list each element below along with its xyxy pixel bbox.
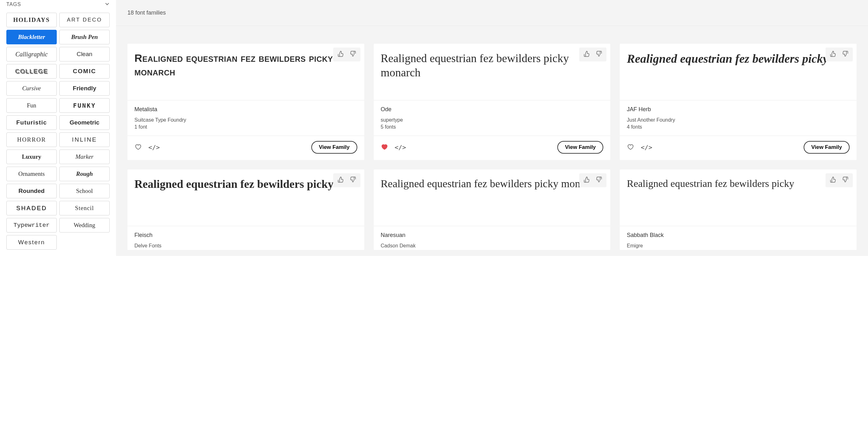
preview-text: Realigned equestrian fez bewilders picky (134, 177, 357, 191)
thumbs-up-icon[interactable] (584, 176, 590, 184)
vote-box (579, 173, 607, 187)
thumbs-up-icon[interactable] (338, 176, 344, 184)
tag-inline[interactable]: INLINE (59, 132, 110, 147)
card-actions: </>View Family (127, 136, 364, 160)
font-meta: MetalistaSuitcase Type Foundry1 font (127, 100, 364, 136)
tag-funky[interactable]: FUNKY (59, 98, 110, 113)
thumbs-up-icon[interactable] (830, 176, 836, 184)
tag-cursive[interactable]: Cursive (6, 81, 57, 96)
thumbs-up-icon[interactable] (584, 51, 590, 58)
main-content: 18 font families Realigned equestrian fe… (116, 0, 868, 256)
thumbs-down-icon[interactable] (842, 51, 848, 58)
favorite-icon[interactable] (134, 143, 142, 152)
thumbs-up-icon[interactable] (830, 51, 836, 58)
tag-school[interactable]: School (59, 184, 110, 198)
code-icon[interactable]: </> (148, 143, 160, 151)
font-name[interactable]: JAF Herb (627, 106, 849, 113)
view-family-button[interactable]: View Family (557, 141, 603, 154)
font-card: Realigned equestrian fez bewilders picky… (127, 44, 364, 160)
results-count: 18 font families (116, 0, 868, 26)
favorite-icon[interactable] (627, 143, 634, 152)
preview-text: Realigned equestrian fez bewilders picky (627, 51, 849, 67)
font-name[interactable]: Ode (381, 106, 603, 113)
font-name[interactable]: Fleisch (134, 232, 357, 238)
font-preview[interactable]: Realigned equestrian fez bewilders picky (620, 169, 857, 226)
tag-blackletter[interactable]: Blackletter (6, 30, 57, 44)
tag-horror[interactable]: HORROR (6, 132, 57, 147)
tag-brush-pen[interactable]: Brush Pen (59, 30, 110, 44)
font-foundry[interactable]: supertype (381, 117, 603, 123)
thumbs-up-icon[interactable] (338, 51, 344, 58)
vote-box (333, 173, 361, 187)
font-preview[interactable]: Realigned equestrian fez bewilders picky (127, 169, 364, 226)
tag-luxury[interactable]: Luxury (6, 149, 57, 164)
tag-rounded[interactable]: Rounded (6, 184, 57, 198)
preview-text: Realigned equestrian fez bewilders picky… (134, 51, 357, 78)
font-count: 5 fonts (381, 124, 603, 130)
font-foundry[interactable]: Emigre (627, 243, 849, 249)
font-card: Realigned equestrian fez bewilders picky… (374, 44, 611, 160)
font-card: Realigned equestrian fez bewilders picky… (127, 169, 364, 250)
chevron-down-icon (104, 1, 110, 8)
tags-header[interactable]: TAGS (6, 0, 110, 13)
font-card: Realigned equestrian fez bewilders picky… (620, 169, 857, 250)
thumbs-down-icon[interactable] (596, 176, 602, 184)
preview-text: Realigned equestrian fez bewilders picky… (381, 51, 603, 80)
tag-wedding[interactable]: Wedding (59, 218, 110, 233)
tag-stencil[interactable]: Stencil (59, 201, 110, 215)
tag-friendly[interactable]: Friendly (59, 81, 110, 96)
font-foundry[interactable]: Delve Fonts (134, 243, 357, 249)
view-family-button[interactable]: View Family (804, 141, 849, 154)
thumbs-down-icon[interactable] (842, 176, 848, 184)
font-foundry[interactable]: Cadson Demak (381, 243, 603, 249)
tag-holidays[interactable]: HOLIDAYS (6, 13, 57, 27)
tag-art-deco[interactable]: ART DECO (59, 13, 110, 27)
font-preview[interactable]: Realigned equestrian fez bewilders picky… (374, 169, 611, 226)
code-icon[interactable]: </> (641, 143, 652, 151)
font-card: Realigned equestrian fez bewilders picky… (374, 169, 611, 250)
tag-futuristic[interactable]: Futuristic (6, 115, 57, 130)
font-meta: JAF HerbJust Another Foundry4 fonts (620, 100, 857, 136)
tag-shaded[interactable]: SHADED (6, 201, 57, 215)
font-meta: FleischDelve Fonts (127, 226, 364, 250)
font-meta: NaresuanCadson Demak (374, 226, 611, 250)
thumbs-down-icon[interactable] (350, 176, 356, 184)
vote-box (826, 47, 853, 62)
tag-western[interactable]: Western (6, 235, 57, 249)
font-name[interactable]: Naresuan (381, 232, 603, 238)
vote-box (333, 47, 361, 62)
tag-calligraphic[interactable]: Calligraphic (6, 47, 57, 62)
preview-text: Realigned equestrian fez bewilders picky… (381, 177, 603, 191)
font-meta: Sabbath BlackEmigre (620, 226, 857, 250)
tag-clean[interactable]: Clean (59, 47, 110, 62)
tag-rough[interactable]: Rough (59, 167, 110, 181)
tag-grid: HOLIDAYSART DECOBlackletterBrush PenCall… (6, 13, 110, 249)
font-card-grid: Realigned equestrian fez bewilders picky… (116, 26, 868, 250)
tag-fun[interactable]: Fun (6, 98, 57, 113)
thumbs-down-icon[interactable] (596, 51, 602, 58)
favorite-icon[interactable] (381, 143, 388, 152)
card-actions: </>View Family (620, 136, 857, 160)
thumbs-down-icon[interactable] (350, 51, 356, 58)
tag-typewriter[interactable]: Typewriter (6, 218, 57, 233)
tag-geometric[interactable]: Geometric (59, 115, 110, 130)
tag-marker[interactable]: Marker (59, 149, 110, 164)
sidebar: TAGS HOLIDAYSART DECOBlackletterBrush Pe… (0, 0, 116, 256)
font-preview[interactable]: Realigned equestrian fez bewilders picky… (127, 44, 364, 100)
font-meta: Odesupertype5 fonts (374, 100, 611, 136)
font-count: 1 font (134, 124, 357, 130)
font-name[interactable]: Metalista (134, 106, 357, 113)
tag-ornaments[interactable]: Ornaments (6, 167, 57, 181)
font-foundry[interactable]: Just Another Foundry (627, 117, 849, 123)
vote-box (579, 47, 607, 62)
code-icon[interactable]: </> (395, 143, 406, 151)
view-family-button[interactable]: View Family (311, 141, 357, 154)
font-preview[interactable]: Realigned equestrian fez bewilders picky… (374, 44, 611, 100)
font-count: 4 fonts (627, 124, 849, 130)
tag-college[interactable]: COLLEGE (6, 64, 57, 78)
font-foundry[interactable]: Suitcase Type Foundry (134, 117, 357, 123)
vote-box (826, 173, 853, 187)
font-preview[interactable]: Realigned equestrian fez bewilders picky (620, 44, 857, 100)
font-name[interactable]: Sabbath Black (627, 232, 849, 238)
tag-comic[interactable]: COMIC (59, 64, 110, 78)
